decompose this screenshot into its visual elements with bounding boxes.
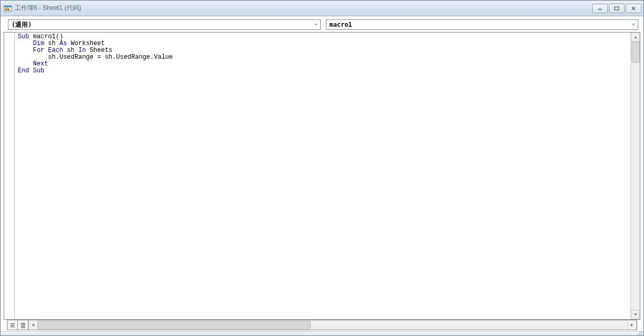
svg-point-15	[641, 334, 642, 335]
object-dropdown[interactable]: (通用)	[8, 19, 321, 30]
window-controls	[592, 4, 641, 13]
scroll-up-button[interactable]	[631, 32, 640, 42]
chevron-down-icon	[629, 20, 638, 29]
resize-grip[interactable]	[636, 328, 642, 334]
code-area[interactable]: Sub macro1() Dim sh As Worksheet For Eac…	[15, 32, 630, 319]
scroll-left-button[interactable]	[28, 320, 38, 330]
titlebar[interactable]: 工作簿6 - Sheet1 (代码)	[1, 1, 643, 16]
code-window: 工作簿6 - Sheet1 (代码) (通用) macro1	[0, 0, 644, 336]
svg-rect-6	[615, 7, 619, 10]
svg-rect-11	[21, 324, 25, 325]
object-dropdown-text: (通用)	[8, 20, 35, 29]
scroll-right-button[interactable]	[627, 320, 637, 330]
bottom-bar	[7, 320, 637, 330]
chevron-down-icon	[312, 20, 320, 29]
svg-rect-12	[21, 325, 25, 326]
margin-indicator-bar[interactable]	[4, 32, 15, 319]
svg-rect-8	[10, 325, 15, 326]
svg-point-20	[641, 331, 642, 332]
procedure-dropdown-text: macro1	[326, 21, 355, 28]
svg-point-4	[6, 7, 8, 9]
full-module-view-button[interactable]	[18, 320, 28, 330]
horizontal-scrollbar[interactable]	[28, 320, 637, 330]
editor: Sub macro1() Dim sh As Worksheet For Eac…	[4, 32, 640, 331]
scroll-down-button[interactable]	[631, 310, 640, 319]
svg-rect-7	[10, 323, 15, 324]
dropdown-row: (通用) macro1	[1, 16, 643, 32]
svg-point-19	[639, 332, 640, 333]
window-title: 工作簿6 - Sheet1 (代码)	[15, 4, 81, 13]
svg-point-18	[638, 334, 639, 335]
view-buttons	[7, 320, 28, 330]
procedure-view-button[interactable]	[7, 320, 18, 330]
scroll-track[interactable]	[631, 63, 640, 310]
svg-point-17	[641, 332, 642, 333]
scroll-thumb[interactable]	[631, 42, 640, 63]
module-icon	[4, 4, 12, 13]
minimize-button[interactable]	[592, 4, 608, 13]
status-strip	[1, 331, 643, 335]
svg-point-16	[639, 334, 640, 335]
editor-inner: Sub macro1() Dim sh As Worksheet For Eac…	[4, 32, 640, 320]
maximize-button[interactable]	[609, 4, 625, 13]
svg-rect-9	[10, 327, 15, 327]
close-button[interactable]	[626, 4, 641, 13]
procedure-dropdown[interactable]: macro1	[326, 19, 639, 30]
svg-rect-14	[21, 328, 25, 328]
svg-rect-1	[4, 6, 12, 7]
hscroll-track[interactable]	[38, 320, 627, 330]
svg-rect-13	[21, 326, 25, 327]
vertical-scrollbar[interactable]	[630, 32, 640, 319]
svg-rect-5	[598, 9, 602, 10]
hscroll-thumb[interactable]	[38, 321, 311, 329]
svg-rect-10	[21, 323, 25, 323]
